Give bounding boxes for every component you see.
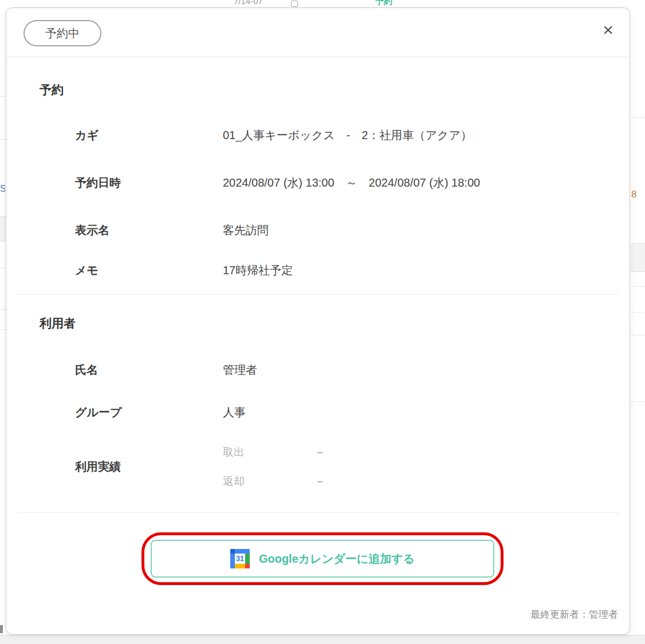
user-section-title: 利用者 — [40, 315, 76, 332]
section-divider — [18, 294, 619, 295]
background-page-bottom — [0, 635, 645, 644]
background-left-edge: S — [0, 7, 6, 635]
background-page-top: 7/14-07 予約 — [0, 0, 645, 7]
calendar-icon — [291, 1, 298, 7]
checkout-value: － — [314, 444, 325, 460]
header-divider — [6, 57, 630, 57]
key-label: カギ — [75, 127, 99, 144]
display-name-label: 表示名 — [75, 222, 109, 239]
group-label: グループ — [75, 404, 121, 421]
last-updated-by: 最終更新者：管理者 — [530, 608, 618, 621]
key-value: 01_人事キーボックス - 2：社用車（アクア） — [223, 127, 472, 144]
background-right-edge: 8 — [631, 7, 645, 635]
usage-record-label: 利用実績 — [75, 458, 121, 475]
status-badge-label: 予約中 — [45, 27, 80, 39]
user-name-label: 氏名 — [75, 361, 98, 378]
reservation-detail-modal: 予約中 × 予約 カギ 01_人事キーボックス - 2：社用車（アクア） 予約日… — [6, 7, 630, 635]
return-label: 返却 — [223, 473, 245, 489]
background-text-fragment: S — [0, 184, 5, 195]
background-scrollbar-fragment[interactable] — [0, 625, 3, 633]
background-date-fragment: 7/14-07 — [234, 0, 288, 7]
background-link-fragment: 予約 — [375, 0, 403, 7]
section-divider — [18, 512, 619, 513]
memo-value: 17時帰社予定 — [223, 262, 293, 279]
display-name-value: 客先訪問 — [223, 222, 269, 239]
reservation-section-title: 予約 — [40, 81, 64, 98]
datetime-label: 予約日時 — [75, 174, 121, 191]
datetime-value: 2024/08/07 (水) 13:00 ～ 2024/08/07 (水) 18… — [223, 174, 480, 191]
user-name-value: 管理者 — [223, 361, 257, 378]
checkout-label: 取出 — [223, 444, 245, 460]
group-value: 人事 — [223, 404, 246, 421]
google-calendar-day: 31 — [235, 554, 245, 564]
add-to-google-calendar-label: Googleカレンダーに追加する — [259, 551, 415, 567]
memo-label: メモ — [75, 262, 99, 279]
add-to-google-calendar-button[interactable]: 31 Googleカレンダーに追加する — [151, 540, 494, 578]
close-icon[interactable]: × — [603, 21, 613, 39]
google-calendar-icon: 31 — [230, 549, 250, 568]
status-badge: 予約中 — [23, 20, 101, 46]
background-number-fragment: 8 — [631, 189, 638, 202]
return-value: － — [314, 473, 325, 489]
